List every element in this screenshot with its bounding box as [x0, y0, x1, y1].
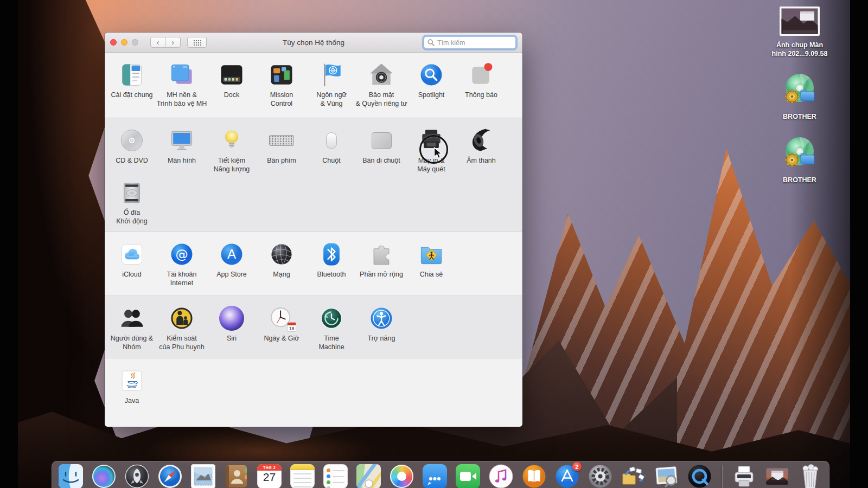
- desktop-icon-column: Ảnh chụp Màn hình 202...9.09.58: [758, 7, 841, 184]
- trash-full-icon: [798, 464, 822, 488]
- dock-divider: [722, 465, 722, 488]
- contacts-book-icon: [224, 464, 248, 488]
- dock-photos[interactable]: [390, 464, 414, 488]
- pref-startup-disk[interactable]: Ổ đĩa Khởi động: [107, 177, 157, 226]
- maps-icon: [356, 464, 381, 488]
- pref-extensions[interactable]: Phần mở rộng: [356, 239, 406, 287]
- mouse-cursor: [433, 147, 443, 159]
- pref-parental-controls[interactable]: Kiểm soát của Phụ huynh: [157, 303, 207, 351]
- desktop-icon-brother-2[interactable]: BROTHER: [782, 135, 818, 184]
- dock-minimized-window[interactable]: [765, 464, 789, 488]
- pref-mouse[interactable]: Chuột: [307, 125, 356, 174]
- dock-finder[interactable]: [59, 464, 83, 488]
- desktop-icon-brother-1[interactable]: BROTHER: [782, 72, 818, 121]
- close-button[interactable]: [110, 39, 117, 46]
- pref-java[interactable]: Java: [107, 365, 157, 406]
- titlebar[interactable]: ‹ › Tùy chọn Hệ thống: [105, 33, 522, 53]
- dock-app-store[interactable]: 2: [555, 464, 579, 488]
- pref-keyboard[interactable]: Bàn phím: [257, 125, 307, 174]
- zoom-button-disabled[interactable]: [132, 39, 138, 46]
- pref-security-privacy[interactable]: Bảo mật & Quyền riêng tư: [356, 59, 406, 108]
- pref-group-personal: Cài đặt chung MH nền & Trình bảo vệ MH: [105, 53, 522, 118]
- pref-notifications[interactable]: Thông báo: [456, 59, 506, 108]
- dock-itunes[interactable]: [489, 464, 513, 488]
- pref-network[interactable]: Mạng: [257, 239, 307, 287]
- pref-general[interactable]: Cài đặt chung: [107, 59, 157, 108]
- forward-button[interactable]: ›: [165, 37, 181, 48]
- pref-sharing[interactable]: Chia sẻ: [406, 239, 456, 287]
- show-all-button[interactable]: [187, 37, 207, 48]
- dock-siri[interactable]: [92, 464, 116, 488]
- puzzle-piece-icon: [366, 239, 397, 270]
- pref-bluetooth[interactable]: Bluetooth: [307, 239, 356, 287]
- dock-ibooks[interactable]: [522, 464, 546, 488]
- ibooks-icon: [522, 464, 546, 488]
- speaker-icon: [465, 125, 497, 156]
- safari-icon: [158, 464, 182, 488]
- file-transfer-icon: [621, 464, 646, 488]
- mini-calendar-badge: 18: [287, 322, 296, 332]
- pref-users-groups[interactable]: Người dùng & Nhóm: [107, 303, 157, 351]
- reminders-icon: [323, 464, 348, 488]
- dock-trash[interactable]: [798, 464, 822, 488]
- language-region-flag-icon: [316, 59, 347, 91]
- pref-siri[interactable]: Siri: [207, 303, 257, 351]
- desktop-icon-screenshot[interactable]: Ảnh chụp Màn hình 202...9.09.58: [772, 7, 828, 59]
- dock-facetime[interactable]: [456, 464, 480, 488]
- dock-launchpad[interactable]: [125, 464, 149, 488]
- pref-displays[interactable]: Màn hình: [157, 125, 207, 174]
- pref-icloud[interactable]: iCloud: [107, 239, 157, 287]
- dock-safari[interactable]: [158, 464, 182, 488]
- search-field-wrap: [424, 36, 516, 49]
- pref-desktop-screensaver[interactable]: MH nền & Trình bảo vệ MH: [157, 59, 207, 108]
- dock-contacts[interactable]: [224, 464, 248, 488]
- pref-internet-accounts[interactable]: @ Tài khoản Internet: [157, 239, 207, 287]
- back-button[interactable]: ‹: [150, 37, 165, 48]
- accessibility-icon: [366, 303, 397, 334]
- pref-cd-dvd[interactable]: CD & DVD: [107, 125, 157, 174]
- pref-sound[interactable]: Âm thanh: [456, 125, 506, 174]
- dock-system-preferences[interactable]: [588, 464, 612, 488]
- siri-orb-icon: [216, 303, 247, 334]
- minimize-button[interactable]: [121, 39, 127, 46]
- dock-calendar[interactable]: THG 2 27: [257, 464, 282, 488]
- search-input[interactable]: [424, 36, 516, 49]
- lightbulb-icon: [216, 125, 247, 156]
- dock-messages[interactable]: [423, 464, 447, 488]
- siri-icon: [92, 465, 116, 488]
- app-store-icon: A: [216, 239, 247, 270]
- pref-accessibility[interactable]: Trợ năng: [356, 303, 406, 351]
- dock-file-transfer-utility[interactable]: [621, 464, 646, 488]
- dock-printer-queue[interactable]: [732, 464, 756, 488]
- pref-energy-saver[interactable]: Tiết kiệm Năng lượng: [207, 125, 257, 174]
- mission-control-icon: [266, 59, 297, 91]
- desktop-icon-label: BROTHER: [783, 176, 816, 184]
- calendar-icon: THG 2 27: [257, 464, 282, 488]
- chevron-right-icon: ›: [171, 38, 174, 46]
- dock-quicktime[interactable]: [687, 464, 712, 488]
- desktop: Ảnh chụp Màn hình 202...9.09.58: [0, 0, 868, 488]
- trackpad-icon: [366, 125, 397, 156]
- time-machine-icon: [316, 303, 347, 334]
- pref-language-region[interactable]: Ngôn ngữ & Vùng: [307, 59, 356, 108]
- pref-dock[interactable]: Dock: [207, 59, 257, 108]
- dock-preview[interactable]: [654, 464, 679, 488]
- desktop-icon-label: BROTHER: [783, 112, 816, 121]
- pref-spotlight[interactable]: Spotlight: [406, 59, 456, 108]
- facetime-camera-icon: [456, 464, 480, 488]
- pref-date-time[interactable]: 18 Ngày & Giờ: [257, 303, 307, 351]
- notes-icon: [290, 464, 315, 488]
- pref-app-store[interactable]: A App Store: [207, 239, 257, 287]
- hard-drive-icon: [116, 177, 148, 208]
- photos-pinwheel-icon: [390, 465, 413, 488]
- screen-edge-left: [0, 0, 18, 488]
- pref-mission-control[interactable]: Mission Control: [257, 59, 307, 108]
- pref-trackpad[interactable]: Bàn di chuột: [356, 125, 406, 174]
- dock-mail[interactable]: [191, 464, 215, 488]
- dock-notes[interactable]: [290, 464, 315, 488]
- globe-icon: [266, 239, 297, 270]
- dock-maps[interactable]: [356, 464, 381, 488]
- mail-stamp-icon: [191, 464, 215, 488]
- pref-time-machine[interactable]: Time Machine: [307, 303, 356, 351]
- dock-reminders[interactable]: [323, 464, 348, 488]
